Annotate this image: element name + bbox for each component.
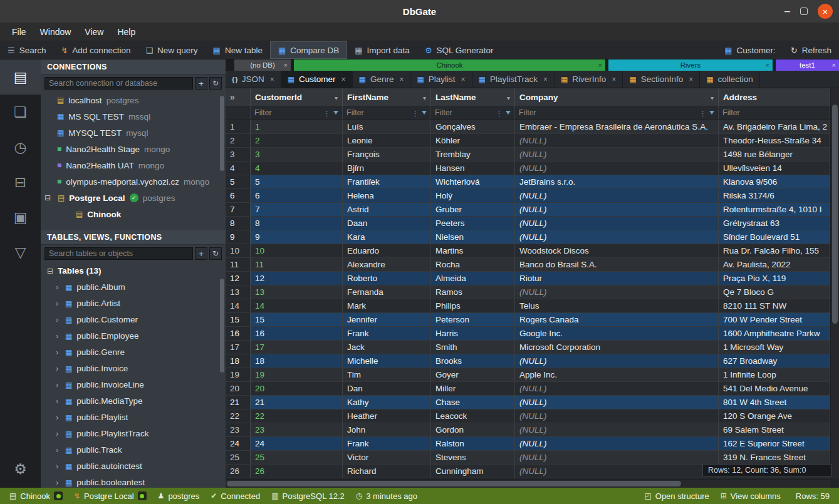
funnel-icon[interactable] [333,111,338,115]
cell-lastname[interactable]: Philips [431,299,515,313]
cell-lastname[interactable]: Cunningham [431,465,515,478]
cell-address[interactable]: 541 Del Medio Avenue [719,382,830,396]
menu-item[interactable]: File [5,24,33,39]
chevron-right-icon[interactable] [56,364,61,373]
cell-customerid[interactable]: 1 [251,120,343,134]
expand-all-icon[interactable]: » [230,92,235,102]
close-tab-icon[interactable] [284,61,288,69]
cell-company[interactable]: (NULL) [515,451,719,465]
cell-address[interactable]: Praça Pio X, 119 [719,272,830,285]
rail-nav-icon[interactable] [0,200,41,235]
cell-firstname[interactable]: Jack [343,341,431,354]
cell-company[interactable]: (NULL) [515,382,719,396]
cell-company[interactable]: (NULL) [515,148,719,162]
cell-lastname[interactable]: Rocha [431,258,515,272]
cell-customerid[interactable]: 11 [251,258,343,272]
row-number-cell[interactable]: 22 [226,409,251,423]
row-number-cell[interactable]: 18 [226,354,251,368]
table-item[interactable]: public.Employee [41,327,226,344]
row-number-cell[interactable]: 12 [226,272,251,285]
cell-company[interactable]: Google Inc. [515,327,719,341]
file-tab[interactable]: Playlist [410,71,472,88]
table-item[interactable]: public.MediaType [41,393,226,409]
cell-firstname[interactable]: Alexandre [343,258,431,272]
cell-address[interactable]: 319 N. Frances Street [719,451,830,465]
cell-firstname[interactable]: Bjſrn [343,162,431,175]
toolbar-button[interactable]: New table [206,41,270,59]
cell-lastname[interactable]: Gonçalves [431,120,515,134]
toolbar-button[interactable]: New query [138,41,205,59]
vertical-scrollbar[interactable] [830,88,839,479]
chevron-right-icon[interactable] [56,413,61,422]
cell-customerid[interactable]: 8 [251,217,343,230]
filter-cell-address[interactable]: Filter [719,106,830,120]
cell-company[interactable]: (NULL) [515,203,719,217]
close-tab-icon[interactable] [461,75,466,84]
cell-lastname[interactable]: Brooks [431,354,515,368]
corner-header-cell[interactable]: » [226,88,251,106]
grid-row[interactable]: 22 22 Heather Leacock (NULL) 120 S Orang… [226,409,839,423]
grid-row[interactable]: 17 17 Jack Smith Microsoft Corporation 1… [226,341,839,354]
cell-address[interactable]: Rotenturmstraße 4, 1010 I [719,203,830,217]
cell-customerid[interactable]: 19 [251,368,343,382]
cell-firstname[interactable]: Frank [343,437,431,451]
close-tab-icon[interactable] [598,61,602,69]
refresh-connections-icon[interactable] [209,77,222,90]
cell-address[interactable]: Klanova 9/506 [719,175,830,189]
grid-row[interactable]: 6 6 Helena Holý (NULL) Rilská 3174/6 [226,189,839,203]
chevron-right-icon[interactable] [56,429,61,438]
cell-customerid[interactable]: 6 [251,189,343,203]
cell-lastname[interactable]: Chase [431,396,515,409]
toolbar-button[interactable]: Import data [347,41,417,59]
filter-cell-company[interactable]: Filter [515,106,719,120]
toolbar-button[interactable]: Search [0,41,53,59]
database-group-tab[interactable]: test1 [776,59,839,71]
cell-company[interactable]: (NULL) [515,134,719,148]
cell-address[interactable]: 1 Microsoft Way [719,341,830,354]
cell-customerid[interactable]: 24 [251,437,343,451]
cell-lastname[interactable]: Ramos [431,285,515,299]
cell-company[interactable]: (NULL) [515,437,719,451]
cell-firstname[interactable]: Tim [343,368,431,382]
cell-firstname[interactable]: Jennifer [343,313,431,327]
rail-nav-icon[interactable] [0,95,41,130]
close-tab-icon[interactable] [832,61,836,69]
cell-customerid[interactable]: 12 [251,272,343,285]
cell-address[interactable]: Theodor-Heuss-Straße 34 [719,134,830,148]
cell-address[interactable]: 700 W Pender Street [719,313,830,327]
cell-firstname[interactable]: François [343,148,431,162]
toolbar-button[interactable]: Refresh [783,41,839,59]
toolbar-button[interactable]: Add connection [53,41,138,59]
rail-nav-icon[interactable] [0,165,41,200]
cell-lastname[interactable]: Wichterlová [431,175,515,189]
cell-address[interactable]: 1498 rue Bélanger [719,148,830,162]
row-number-cell[interactable]: 17 [226,341,251,354]
row-number-cell[interactable]: 13 [226,285,251,299]
connection-item[interactable]: Postgre Local postgres [41,190,226,206]
cell-lastname[interactable]: Peterson [431,313,515,327]
cell-company[interactable]: (NULL) [515,217,719,230]
tables-group[interactable]: Tables (13) [41,262,226,279]
cell-firstname[interactable]: Luís [343,120,431,134]
sidebar-scrollbar-thumb[interactable] [220,96,224,171]
close-tab-icon[interactable] [612,75,616,84]
cell-customerid[interactable]: 14 [251,299,343,313]
add-table-icon[interactable] [195,247,207,260]
grid-row[interactable]: 7 7 Astrid Gruber (NULL) Rotenturmstraße… [226,203,839,217]
cell-firstname[interactable]: Frantiſek [343,175,431,189]
cell-lastname[interactable]: Leacock [431,409,515,423]
row-number-cell[interactable]: 10 [226,244,251,258]
grid-row[interactable]: 18 18 Michelle Brooks (NULL) 627 Broadwa… [226,354,839,368]
chevron-right-icon[interactable] [56,347,61,357]
cell-firstname[interactable]: Helena [343,189,431,203]
cell-address[interactable]: 69 Salem Street [719,423,830,437]
grid-row[interactable]: 3 3 François Tremblay (NULL) 1498 rue Bé… [226,148,839,162]
toolbar-button[interactable]: Customer: [717,41,783,59]
close-tab-icon[interactable] [689,75,693,84]
connection-item[interactable]: Nano2Health Stage mongo [41,141,226,157]
row-number-cell[interactable]: 15 [226,313,251,327]
statusbar-item[interactable]: 3 minutes ago [350,491,423,501]
table-item[interactable]: public.Track [41,441,226,458]
close-icon[interactable] [818,4,833,19]
cell-lastname[interactable]: Gordon [431,423,515,437]
